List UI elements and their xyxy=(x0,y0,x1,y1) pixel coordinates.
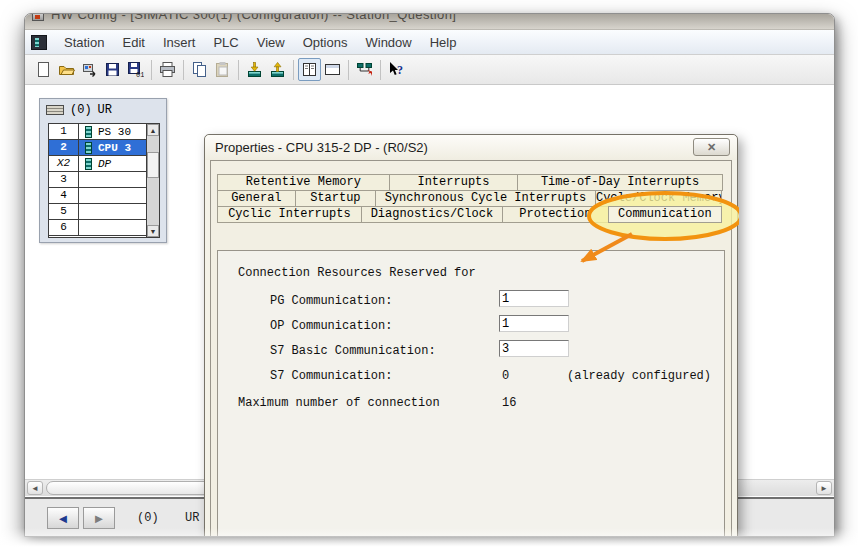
rack-table: 1 PS 30 2 CPU 3 X2 DP 3 xyxy=(48,123,160,238)
rack-slot-label: (0) xyxy=(70,103,92,117)
table-row[interactable]: X2 DP xyxy=(49,156,159,172)
op-communication-label: OP Communication: xyxy=(270,319,392,333)
tab-protection[interactable]: Protection xyxy=(502,206,609,223)
open-online-station-button[interactable] xyxy=(78,58,101,81)
menu-edit[interactable]: Edit xyxy=(113,32,153,53)
slot-number: X2 xyxy=(49,156,79,171)
tab-communication[interactable]: Communication xyxy=(608,206,722,223)
toolbar-separator xyxy=(293,60,294,80)
print-icon xyxy=(159,61,176,78)
network-icon xyxy=(356,61,373,78)
tab-interrupts[interactable]: Interrupts xyxy=(389,174,519,191)
print-button[interactable] xyxy=(156,58,179,81)
save-button[interactable] xyxy=(101,58,124,81)
address-overview-button[interactable] xyxy=(321,58,344,81)
rack-window: (0) UR 1 PS 30 2 CPU 3 X2 DP xyxy=(39,98,167,243)
tab-cyclic-interrupts[interactable]: Cyclic Interrupts xyxy=(217,206,362,223)
menu-view[interactable]: View xyxy=(248,32,294,53)
back-arrow-button[interactable]: ◄ xyxy=(47,507,79,529)
s7-communication-value: 0 xyxy=(502,369,509,383)
tab-startup[interactable]: Startup xyxy=(295,190,376,207)
save-and-compile-button[interactable]: 01 xyxy=(124,58,147,81)
menu-window[interactable]: Window xyxy=(356,32,420,53)
tab-general[interactable]: General xyxy=(217,190,296,207)
hw-config-doc-icon xyxy=(31,35,47,50)
section-heading: Connection Resources Reserved for xyxy=(238,266,476,280)
screenshot-page: HW Config - [SIMATIC 300(1) (Configurati… xyxy=(0,0,858,550)
slot-number: 3 xyxy=(49,172,79,187)
table-row[interactable]: 6 xyxy=(49,220,159,236)
menu-plc[interactable]: PLC xyxy=(204,32,247,53)
toolbar-separator xyxy=(348,60,349,80)
menu-options[interactable]: Options xyxy=(294,32,357,53)
tab-time-of-day-interrupts[interactable]: Time-of-Day Interrupts xyxy=(517,174,723,191)
copy-icon xyxy=(191,61,208,78)
dialog-title: Properties - CPU 315-2 DP - (R0/S2) xyxy=(215,140,428,155)
module-icon xyxy=(79,158,97,170)
copy-button[interactable] xyxy=(188,58,211,81)
pg-communication-label: PG Communication: xyxy=(270,294,392,308)
module-icon xyxy=(79,126,97,138)
slot-number: 4 xyxy=(49,188,79,203)
already-configured-note: (already configured) xyxy=(567,369,711,383)
tab-cycle-clock-memory[interactable]: Cycle/Clock Memory xyxy=(595,190,722,207)
overview-name-label: UR xyxy=(185,511,199,525)
app-icon xyxy=(32,14,44,21)
new-station-button[interactable] xyxy=(32,58,55,81)
help-pointer-button[interactable]: ? xyxy=(385,58,408,81)
rack-icon xyxy=(46,105,64,115)
new-station-icon xyxy=(35,61,52,78)
download-icon xyxy=(246,61,263,78)
menu-station[interactable]: Station xyxy=(55,32,113,53)
open-online-station-icon xyxy=(81,61,98,78)
window-titlebar: HW Config - [SIMATIC 300(1) (Configurati… xyxy=(25,14,834,30)
table-row[interactable]: 4 xyxy=(49,188,159,204)
catalog-toggle-button[interactable] xyxy=(298,58,321,81)
slot-number: 5 xyxy=(49,204,79,219)
upload-from-module-button[interactable] xyxy=(266,58,289,81)
s7-basic-communication-input[interactable] xyxy=(499,340,569,357)
hw-config-window: HW Config - [SIMATIC 300(1) (Configurati… xyxy=(24,13,835,537)
toolbar-separator xyxy=(183,60,184,80)
rack-scrollbar[interactable]: ▲ ▼ xyxy=(146,124,159,237)
tab-synchronous-cycle-interrupts[interactable]: Synchronous Cycle Interrupts xyxy=(375,190,596,207)
tab-retentive-memory[interactable]: Retentive Memory xyxy=(217,174,390,191)
window-icon xyxy=(324,61,341,78)
overview-slot-label: (0) xyxy=(137,511,159,525)
pg-communication-input[interactable] xyxy=(499,290,569,307)
toolbar-separator xyxy=(380,60,381,80)
forward-arrow-button[interactable]: ► xyxy=(83,507,115,529)
network-configuration-button[interactable] xyxy=(353,58,376,81)
toolbar-separator xyxy=(238,60,239,80)
close-button[interactable]: ✕ xyxy=(693,138,730,156)
open-folder-icon xyxy=(58,61,75,78)
table-row[interactable]: 3 xyxy=(49,172,159,188)
svg-text:01: 01 xyxy=(136,71,144,78)
menu-help[interactable]: Help xyxy=(421,32,466,53)
op-communication-input[interactable] xyxy=(499,315,569,332)
save-and-compile-icon: 01 xyxy=(127,61,144,78)
communication-tab-page: Connection Resources Reserved for PG Com… xyxy=(217,250,725,537)
scroll-left-icon[interactable]: ◄ xyxy=(27,481,43,495)
window-title: HW Config - [SIMATIC 300(1) (Configurati… xyxy=(51,14,456,22)
save-icon xyxy=(104,61,121,78)
scroll-thumb[interactable] xyxy=(147,152,159,178)
table-row[interactable]: 1 PS 30 xyxy=(49,124,159,140)
table-row-selected[interactable]: 2 CPU 3 xyxy=(49,140,159,156)
close-icon: ✕ xyxy=(707,141,716,153)
scroll-down-icon[interactable]: ▼ xyxy=(147,225,159,237)
catalog-icon xyxy=(301,61,318,78)
download-to-module-button[interactable] xyxy=(243,58,266,81)
dialog-body: Retentive Memory Interrupts Time-of-Day … xyxy=(210,160,732,537)
scroll-right-icon[interactable]: ► xyxy=(816,481,832,495)
menu-insert[interactable]: Insert xyxy=(154,32,205,53)
scroll-up-icon[interactable]: ▲ xyxy=(147,124,159,136)
table-row[interactable]: 5 xyxy=(49,204,159,220)
paste-button[interactable] xyxy=(211,58,234,81)
max-connections-label: Maximum number of connection xyxy=(238,396,440,410)
tab-diagnostics-clock[interactable]: Diagnostics/Clock xyxy=(361,206,503,223)
open-station-button[interactable] xyxy=(55,58,78,81)
s7-basic-communication-label: S7 Basic Communication: xyxy=(270,344,436,358)
dialog-titlebar[interactable]: Properties - CPU 315-2 DP - (R0/S2) xyxy=(205,135,737,160)
tab-row-3: Cyclic Interrupts Diagnostics/Clock Prot… xyxy=(217,206,725,223)
